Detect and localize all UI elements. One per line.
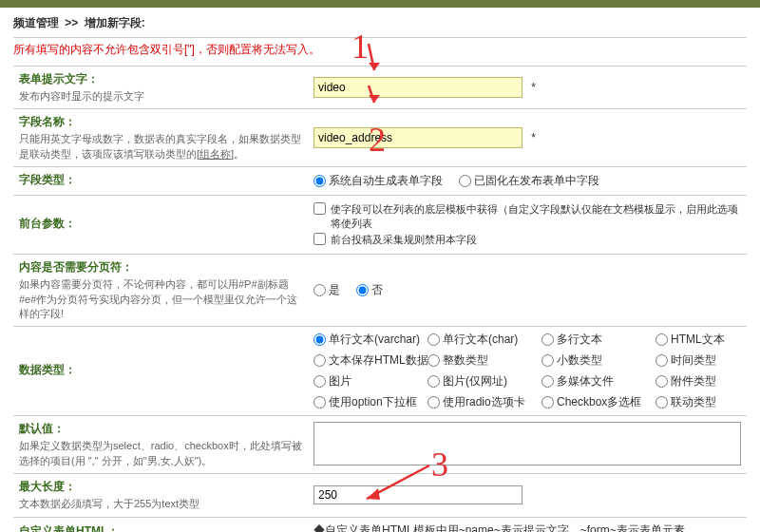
radio-dtype-4[interactable]: 文本保存HTML数据 (314, 352, 414, 369)
label-name: 字段名称： (19, 114, 302, 130)
desc-name: 只能用英文字母或数字，数据表的真实字段名，如果数据类型是联动类型，该项应该填写联… (19, 133, 301, 159)
label-custom: 自定义表单HTML： (19, 523, 302, 532)
textarea-default[interactable] (314, 422, 741, 466)
label-front: 前台参数： (19, 216, 302, 232)
link-group-name[interactable]: [组名称] (197, 148, 234, 160)
label-prompt: 表单提示文字： (19, 71, 302, 87)
radio-dtype-14[interactable]: Checkbox多选框 (542, 394, 642, 410)
radio-dtype-5[interactable]: 整数类型 (428, 352, 528, 369)
breadcrumb-b: 增加新字段: (85, 16, 145, 29)
input-prompt[interactable] (314, 77, 522, 98)
radio-dtype-7[interactable]: 时间类型 (656, 352, 728, 369)
radio-dtype-8[interactable]: 图片 (314, 373, 414, 390)
required-star: * (531, 131, 536, 144)
desc-default: 如果定义数据类型为select、radio、checkbox时，此处填写被选择的… (19, 440, 302, 466)
radio-dtype-13[interactable]: 使用radio选项卡 (428, 394, 528, 410)
radio-ftype-fixed[interactable]: 已固化在发布表单中字段 (459, 173, 599, 189)
label-dtype: 数据类型： (19, 362, 302, 378)
label-default: 默认值： (19, 421, 302, 437)
label-page: 内容是否需要分页符： (19, 259, 302, 276)
breadcrumb-a: 频道管理 (13, 16, 59, 29)
breadcrumb: 频道管理 >> 增加新字段: (13, 8, 747, 37)
input-maxlen[interactable] (314, 485, 522, 504)
chk-list-enable[interactable] (314, 202, 326, 215)
hint-custom: ◆自定义表单HTML模板中用~name~表示提示文字，~form~表示表单元素。 (314, 522, 741, 532)
label-maxlen: 最大长度： (19, 479, 302, 495)
radio-dtype-10[interactable]: 多媒体文件 (542, 373, 642, 390)
chevron-icon: >> (65, 16, 78, 29)
warning-text: 所有填写的内容不允许包含双引号["]，否则配置将无法写入。 (13, 37, 747, 66)
radio-page-yes[interactable]: 是 (314, 282, 340, 298)
radio-dtype-3[interactable]: HTML文本 (656, 332, 728, 348)
radio-dtype-1[interactable]: 单行文本(char) (428, 332, 528, 348)
radio-dtype-11[interactable]: 附件类型 (656, 373, 728, 390)
radio-ftype-auto[interactable]: 系统自动生成表单字段 (314, 173, 443, 189)
desc-maxlen: 文本数据必须填写，大于255为text类型 (19, 498, 200, 509)
radio-dtype-9[interactable]: 图片(仅网址) (428, 373, 528, 390)
radio-dtype-12[interactable]: 使用option下拉框 (314, 394, 414, 410)
desc-page: 如果内容需要分页符，不论何种内容，都可以用#P#副标题#e#作为分页符号实现内容… (19, 278, 297, 319)
radio-dtype-0[interactable]: 单行文本(varchar) (314, 332, 414, 348)
required-star: * (531, 81, 536, 94)
radio-page-no[interactable]: 否 (356, 282, 383, 298)
input-name[interactable] (314, 127, 522, 148)
label-ftype: 字段类型： (19, 172, 302, 188)
radio-dtype-2[interactable]: 多行文本 (542, 332, 642, 348)
chk-disable-front[interactable] (314, 233, 326, 245)
radio-dtype-6[interactable]: 小数类型 (542, 352, 642, 369)
desc-prompt: 发布内容时显示的提示文字 (19, 90, 144, 102)
radio-dtype-15[interactable]: 联动类型 (656, 394, 728, 410)
